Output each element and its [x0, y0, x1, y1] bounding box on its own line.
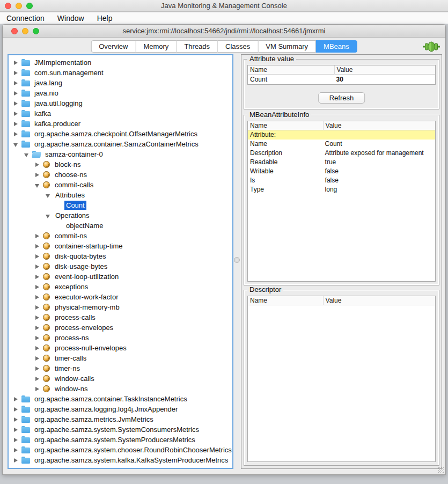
menu-connection[interactable]: Connection	[0, 12, 51, 24]
expand-toggle-icon[interactable]	[13, 80, 19, 86]
expand-toggle-icon[interactable]	[34, 304, 41, 311]
tree-item-window-ns[interactable]: window-ns	[9, 384, 232, 394]
tree-item-jmimplementation[interactable]: JMImplementation	[9, 57, 232, 68]
expand-toggle-icon[interactable]	[34, 253, 41, 260]
column-header-value[interactable]: Value	[323, 296, 435, 305]
expand-toggle-icon[interactable]	[34, 345, 41, 351]
tree-item-org-apache-samza-container-taskinstancemetrics[interactable]: org.apache.samza.container.TaskInstanceM…	[9, 394, 232, 404]
tab-threads[interactable]: Threads	[177, 40, 218, 53]
tree-item-timer-ns[interactable]: timer-ns	[9, 363, 232, 373]
column-header-value[interactable]: Value	[323, 121, 435, 130]
tree-item-executor-work-factor[interactable]: executor-work-factor	[9, 292, 232, 302]
expand-toggle-icon[interactable]	[13, 90, 19, 97]
tree-item-java-lang[interactable]: java.lang	[9, 78, 232, 88]
table-row[interactable]: Count30	[248, 75, 435, 84]
tree-item-org-apache-samza-system-systemconsumersmetrics[interactable]: org.apache.samza.system.SystemConsumersM…	[9, 424, 232, 435]
expand-toggle-icon[interactable]	[13, 406, 19, 413]
table-row[interactable]: Isfalse	[248, 176, 435, 185]
expand-toggle-icon[interactable]	[13, 111, 19, 117]
tree-item-objectname[interactable]: objectName	[9, 221, 232, 231]
tree-item-window-calls[interactable]: window-calls	[9, 373, 232, 384]
expand-toggle-icon[interactable]	[34, 162, 41, 168]
expand-toggle-icon[interactable]	[13, 447, 19, 453]
tree-item-process-calls[interactable]: process-calls	[9, 312, 232, 322]
tree-item-count[interactable]: Count	[9, 200, 232, 210]
expand-toggle-icon[interactable]	[34, 376, 41, 382]
resize-grip[interactable]	[438, 467, 444, 473]
expand-toggle-icon[interactable]	[34, 355, 41, 362]
expand-toggle-icon[interactable]	[34, 263, 41, 270]
expand-toggle-icon[interactable]	[13, 121, 19, 127]
column-header-name[interactable]: Name	[248, 65, 334, 75]
tree-item-org-apache-samza-container-samzacontainermetrics[interactable]: org.apache.samza.container.SamzaContaine…	[9, 139, 232, 149]
expand-toggle-icon[interactable]	[13, 457, 19, 464]
expand-toggle-icon[interactable]	[34, 284, 41, 290]
column-header-name[interactable]: Name	[248, 121, 323, 130]
table-row[interactable]: NameCount	[248, 140, 435, 149]
tab-vm-summary[interactable]: VM Summary	[258, 40, 316, 53]
menu-window[interactable]: Window	[51, 12, 91, 24]
table-row[interactable]: Writablefalse	[248, 167, 435, 176]
collapse-toggle-icon[interactable]	[45, 192, 52, 199]
tree-item-java-util-logging[interactable]: java.util.logging	[9, 98, 232, 108]
expand-toggle-icon[interactable]	[34, 386, 41, 392]
tree-item-org-apache-samza-metrics-jvmmetrics[interactable]: org.apache.samza.metrics.JvmMetrics	[9, 414, 232, 424]
tab-overview[interactable]: Overview	[91, 40, 136, 53]
tree-item-exceptions[interactable]: exceptions	[9, 282, 232, 292]
column-header-name[interactable]: Name	[248, 296, 323, 305]
tab-mbeans[interactable]: MBeans	[316, 40, 357, 53]
tree-item-container-startup-time[interactable]: container-startup-time	[9, 241, 232, 251]
tree-item-operations[interactable]: Operations	[9, 210, 232, 221]
collapse-toggle-icon[interactable]	[24, 151, 30, 158]
expand-toggle-icon[interactable]	[13, 131, 19, 137]
tree-item-samza-container-0[interactable]: samza-container-0	[9, 149, 232, 159]
expand-toggle-icon[interactable]	[13, 437, 19, 443]
expand-toggle-icon[interactable]	[34, 314, 41, 321]
expand-toggle-icon[interactable]	[13, 60, 19, 66]
tree-item-commit-calls[interactable]: commit-calls	[9, 180, 232, 190]
menu-help[interactable]: Help	[91, 12, 119, 24]
table-row[interactable]: Typelong	[248, 185, 435, 194]
expand-toggle-icon[interactable]	[34, 172, 41, 178]
expand-toggle-icon[interactable]	[13, 396, 19, 402]
tree-item-disk-usage-bytes[interactable]: disk-usage-bytes	[9, 261, 232, 272]
tree-item-org-apache-samza-system-systemproducersmetrics[interactable]: org.apache.samza.system.SystemProducersM…	[9, 435, 232, 445]
tree-item-block-ns[interactable]: block-ns	[9, 159, 232, 170]
tree-item-org-apache-samza-system-kafka-kafkasystemproducermetrics[interactable]: org.apache.samza.system.kafka.KafkaSyste…	[9, 455, 232, 465]
expand-toggle-icon[interactable]	[13, 427, 19, 433]
tree-item-commit-ns[interactable]: commit-ns	[9, 231, 232, 241]
tab-classes[interactable]: Classes	[218, 40, 258, 53]
tree-item-org-apache-samza-logging-log4j-jmxappender[interactable]: org.apache.samza.logging.log4j.JmxAppend…	[9, 404, 232, 414]
tree-item-choose-ns[interactable]: choose-ns	[9, 170, 232, 180]
tree-item-process-ns[interactable]: process-ns	[9, 333, 232, 343]
tree-item-process-null-envelopes[interactable]: process-null-envelopes	[9, 343, 232, 353]
expand-toggle-icon[interactable]	[34, 365, 41, 372]
expand-toggle-icon[interactable]	[34, 294, 41, 300]
expand-toggle-icon[interactable]	[13, 416, 19, 423]
expand-toggle-icon[interactable]	[34, 233, 41, 239]
tree-item-org-apache-samza-checkpoint-offsetmanagermetrics[interactable]: org.apache.samza.checkpoint.OffsetManage…	[9, 129, 232, 139]
tree-item-kafka-producer[interactable]: kafka.producer	[9, 119, 232, 129]
table-row[interactable]: DescriptionAttribute exposed for managem…	[248, 149, 435, 158]
tree-item-disk-quota-bytes[interactable]: disk-quota-bytes	[9, 251, 232, 261]
tree-item-event-loop-utilization[interactable]: event-loop-utilization	[9, 272, 232, 282]
collapse-toggle-icon[interactable]	[34, 182, 41, 188]
expand-toggle-icon[interactable]	[34, 335, 41, 341]
tree-item-java-nio[interactable]: java.nio	[9, 88, 232, 98]
expand-toggle-icon[interactable]	[34, 243, 41, 250]
column-header-value[interactable]: Value	[334, 65, 435, 75]
table-row[interactable]: Attribute:	[248, 130, 435, 140]
tree-item-kafka[interactable]: kafka	[9, 108, 232, 119]
expand-toggle-icon[interactable]	[34, 325, 41, 331]
expand-toggle-icon[interactable]	[34, 274, 41, 280]
tree-item-timer-calls[interactable]: timer-calls	[9, 353, 232, 363]
collapse-toggle-icon[interactable]	[45, 212, 52, 219]
tree-item-attributes[interactable]: Attributes	[9, 190, 232, 200]
tree-item-com-sun-management[interactable]: com.sun.management	[9, 68, 232, 78]
expand-toggle-icon[interactable]	[13, 100, 19, 107]
tab-memory[interactable]: Memory	[136, 40, 177, 53]
collapse-toggle-icon[interactable]	[13, 141, 19, 148]
splitter-handle[interactable]	[234, 257, 240, 263]
tree-item-physical-memory-mb[interactable]: physical-memory-mb	[9, 302, 232, 312]
refresh-button[interactable]: Refresh	[318, 92, 365, 104]
